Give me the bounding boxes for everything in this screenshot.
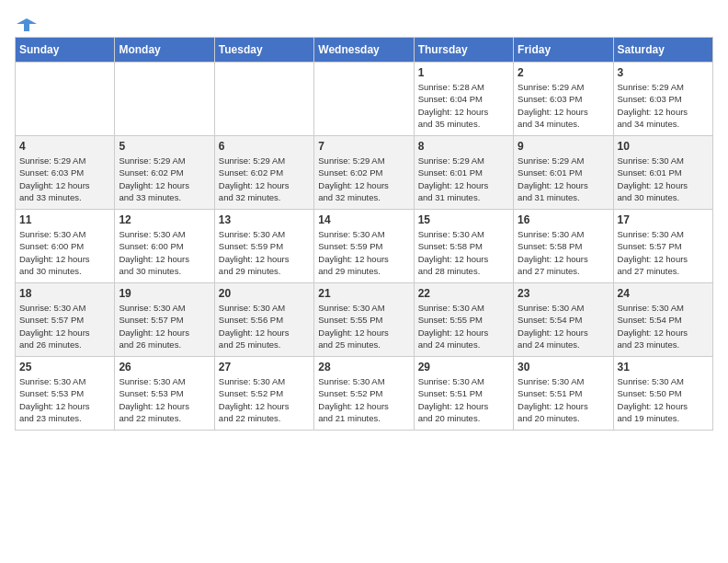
day-number: 29 [418,361,509,373]
day-info: Sunrise: 5:30 AM Sunset: 6:00 PM Dayligh… [119,228,210,277]
day-number: 19 [119,287,210,300]
day-info: Sunrise: 5:28 AM Sunset: 6:04 PM Dayligh… [418,81,509,130]
day-info: Sunrise: 5:30 AM Sunset: 5:59 PM Dayligh… [318,228,409,277]
day-info: Sunrise: 5:30 AM Sunset: 5:51 PM Dayligh… [418,375,509,424]
day-info: Sunrise: 5:29 AM Sunset: 6:01 PM Dayligh… [418,155,509,203]
day-info: Sunrise: 5:30 AM Sunset: 6:00 PM Dayligh… [19,228,110,277]
calendar-cell: 4Sunrise: 5:29 AM Sunset: 6:03 PM Daylig… [16,136,115,210]
calendar-cell: 1Sunrise: 5:28 AM Sunset: 6:04 PM Daylig… [414,63,513,136]
calendar-cell: 14Sunrise: 5:30 AM Sunset: 5:59 PM Dayli… [314,210,414,283]
day-number: 15 [418,213,509,226]
calendar-cell: 9Sunrise: 5:29 AM Sunset: 6:01 PM Daylig… [514,136,613,210]
logo [15,15,37,29]
day-info: Sunrise: 5:30 AM Sunset: 5:53 PM Dayligh… [119,375,210,424]
calendar-cell: 15Sunrise: 5:30 AM Sunset: 5:58 PM Dayli… [414,210,513,283]
day-number: 28 [318,361,409,373]
calendar-cell: 30Sunrise: 5:30 AM Sunset: 5:51 PM Dayli… [514,357,613,431]
calendar-table: SundayMondayTuesdayWednesdayThursdayFrid… [15,37,713,431]
day-info: Sunrise: 5:30 AM Sunset: 5:56 PM Dayligh… [219,302,310,350]
calendar-week-row: 11Sunrise: 5:30 AM Sunset: 6:00 PM Dayli… [16,210,713,283]
day-info: Sunrise: 5:30 AM Sunset: 5:58 PM Dayligh… [418,228,509,277]
day-number: 14 [318,213,409,226]
day-number: 7 [318,140,409,153]
header-monday: Monday [115,38,214,63]
day-info: Sunrise: 5:30 AM Sunset: 5:50 PM Dayligh… [618,375,709,424]
day-number: 21 [318,287,409,300]
day-number: 20 [219,287,310,300]
day-number: 1 [418,66,509,79]
day-number: 30 [518,361,609,373]
day-info: Sunrise: 5:30 AM Sunset: 5:54 PM Dayligh… [618,302,709,350]
day-number: 9 [518,140,609,153]
calendar-cell: 19Sunrise: 5:30 AM Sunset: 5:57 PM Dayli… [115,283,214,357]
day-number: 24 [618,287,709,300]
day-number: 23 [518,287,609,300]
header-sunday: Sunday [16,38,115,63]
day-info: Sunrise: 5:30 AM Sunset: 5:57 PM Dayligh… [119,302,210,350]
calendar-cell [214,63,313,136]
day-info: Sunrise: 5:30 AM Sunset: 5:52 PM Dayligh… [219,375,310,424]
calendar-cell [16,63,115,136]
day-info: Sunrise: 5:29 AM Sunset: 6:03 PM Dayligh… [518,81,609,130]
calendar-week-row: 18Sunrise: 5:30 AM Sunset: 5:57 PM Dayli… [16,283,713,357]
calendar-cell: 13Sunrise: 5:30 AM Sunset: 5:59 PM Dayli… [214,210,313,283]
calendar-cell: 21Sunrise: 5:30 AM Sunset: 5:55 PM Dayli… [314,283,414,357]
day-info: Sunrise: 5:30 AM Sunset: 6:01 PM Dayligh… [618,155,709,203]
day-number: 27 [219,361,310,373]
day-info: Sunrise: 5:29 AM Sunset: 6:02 PM Dayligh… [318,155,409,203]
day-number: 11 [19,213,110,226]
header-tuesday: Tuesday [214,38,313,63]
day-info: Sunrise: 5:30 AM Sunset: 5:52 PM Dayligh… [318,375,409,424]
day-number: 13 [219,213,310,226]
day-number: 16 [518,213,609,226]
calendar-cell: 29Sunrise: 5:30 AM Sunset: 5:51 PM Dayli… [414,357,513,431]
day-number: 31 [618,361,709,373]
calendar-week-row: 25Sunrise: 5:30 AM Sunset: 5:53 PM Dayli… [16,357,713,431]
calendar-cell: 8Sunrise: 5:29 AM Sunset: 6:01 PM Daylig… [414,136,513,210]
header-thursday: Thursday [414,38,513,63]
day-number: 2 [518,66,609,79]
calendar-cell: 20Sunrise: 5:30 AM Sunset: 5:56 PM Dayli… [214,283,313,357]
calendar-header-row: SundayMondayTuesdayWednesdayThursdayFrid… [16,38,713,63]
calendar-cell: 6Sunrise: 5:29 AM Sunset: 6:02 PM Daylig… [214,136,313,210]
calendar-cell: 18Sunrise: 5:30 AM Sunset: 5:57 PM Dayli… [16,283,115,357]
calendar-cell: 24Sunrise: 5:30 AM Sunset: 5:54 PM Dayli… [613,283,712,357]
calendar-cell: 12Sunrise: 5:30 AM Sunset: 6:00 PM Dayli… [115,210,214,283]
day-number: 22 [418,287,509,300]
day-number: 3 [618,66,709,79]
calendar-week-row: 1Sunrise: 5:28 AM Sunset: 6:04 PM Daylig… [16,63,713,136]
calendar-cell: 7Sunrise: 5:29 AM Sunset: 6:02 PM Daylig… [314,136,414,210]
day-info: Sunrise: 5:30 AM Sunset: 5:58 PM Dayligh… [518,228,609,277]
calendar-cell: 27Sunrise: 5:30 AM Sunset: 5:52 PM Dayli… [214,357,313,431]
calendar-cell: 22Sunrise: 5:30 AM Sunset: 5:55 PM Dayli… [414,283,513,357]
calendar-cell: 11Sunrise: 5:30 AM Sunset: 6:00 PM Dayli… [16,210,115,283]
calendar-cell: 3Sunrise: 5:29 AM Sunset: 6:03 PM Daylig… [613,63,712,136]
calendar-cell: 23Sunrise: 5:30 AM Sunset: 5:54 PM Dayli… [514,283,613,357]
day-number: 6 [219,140,310,153]
calendar-cell: 10Sunrise: 5:30 AM Sunset: 6:01 PM Dayli… [613,136,712,210]
day-info: Sunrise: 5:30 AM Sunset: 5:59 PM Dayligh… [219,228,310,277]
page-header [15,15,713,29]
day-number: 18 [19,287,110,300]
header-wednesday: Wednesday [314,38,414,63]
calendar-week-row: 4Sunrise: 5:29 AM Sunset: 6:03 PM Daylig… [16,136,713,210]
day-info: Sunrise: 5:29 AM Sunset: 6:01 PM Dayligh… [518,155,609,203]
day-info: Sunrise: 5:30 AM Sunset: 5:54 PM Dayligh… [518,302,609,350]
day-info: Sunrise: 5:29 AM Sunset: 6:03 PM Dayligh… [19,155,110,203]
day-number: 10 [618,140,709,153]
calendar-cell: 25Sunrise: 5:30 AM Sunset: 5:53 PM Dayli… [16,357,115,431]
day-info: Sunrise: 5:30 AM Sunset: 5:57 PM Dayligh… [618,228,709,277]
calendar-cell: 5Sunrise: 5:29 AM Sunset: 6:02 PM Daylig… [115,136,214,210]
calendar-cell [115,63,214,136]
day-info: Sunrise: 5:29 AM Sunset: 6:03 PM Dayligh… [618,81,709,130]
calendar-cell [314,63,414,136]
day-info: Sunrise: 5:30 AM Sunset: 5:55 PM Dayligh… [418,302,509,350]
svg-marker-0 [17,18,37,31]
calendar-cell: 26Sunrise: 5:30 AM Sunset: 5:53 PM Dayli… [115,357,214,431]
day-info: Sunrise: 5:29 AM Sunset: 6:02 PM Dayligh… [119,155,210,203]
calendar-cell: 17Sunrise: 5:30 AM Sunset: 5:57 PM Dayli… [613,210,712,283]
calendar-cell: 28Sunrise: 5:30 AM Sunset: 5:52 PM Dayli… [314,357,414,431]
day-info: Sunrise: 5:30 AM Sunset: 5:51 PM Dayligh… [518,375,609,424]
header-friday: Friday [514,38,613,63]
day-number: 17 [618,213,709,226]
